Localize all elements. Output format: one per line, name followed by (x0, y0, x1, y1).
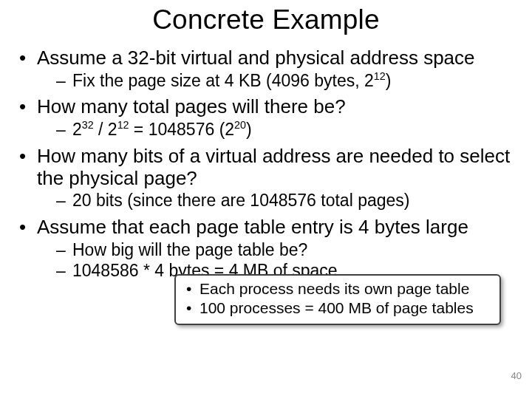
sub-list-1: Fix the page size at 4 KB (4096 bytes, 2… (56, 71, 517, 90)
callout-box: Each process needs its own page table 10… (174, 274, 501, 325)
callout-line-2-text: 100 processes = 400 MB of page tables (200, 299, 474, 316)
sub-2-1-sup3: 20 (234, 120, 246, 132)
sub-1-1-sup: 12 (374, 70, 386, 82)
sub-2-1-sup1: 32 (82, 120, 94, 132)
callout-list: Each process needs its own page table 10… (183, 279, 492, 318)
bullet-list: Assume a 32-bit virtual and physical add… (19, 47, 517, 281)
bullet-2-text: How many total pages will there be? (37, 95, 346, 117)
bullet-3-text: How many bits of a virtual address are n… (37, 145, 510, 189)
callout-line-1-text: Each process needs its own page table (200, 280, 469, 297)
bullet-3: How many bits of a virtual address are n… (19, 146, 517, 211)
sub-1-1: Fix the page size at 4 KB (4096 bytes, 2… (56, 71, 517, 90)
slide-title: Concrete Example (0, 4, 532, 35)
bullet-2: How many total pages will there be? 232 … (19, 96, 517, 139)
sub-4-1: How big will the page table be? (56, 240, 517, 259)
sub-3-1-text: 20 bits (since there are 1048576 total p… (72, 191, 409, 210)
sub-list-2: 232 / 212 = 1048576 (220) (56, 120, 517, 139)
page-number: 40 (511, 370, 522, 381)
callout-line-1: Each process needs its own page table (183, 279, 492, 299)
sub-4-1-text: How big will the page table be? (72, 240, 307, 259)
bullet-1: Assume a 32-bit virtual and physical add… (19, 47, 517, 90)
sub-2-1-a: 2 (72, 120, 82, 139)
slide-body: Assume a 32-bit virtual and physical add… (0, 47, 532, 281)
sub-2-1-c: = 1048576 (2 (129, 120, 234, 139)
bullet-4: Assume that each page table entry is 4 b… (19, 216, 517, 281)
sub-2-1-d: ) (246, 120, 252, 139)
sub-2-1: 232 / 212 = 1048576 (220) (56, 120, 517, 139)
sub-2-1-sup2: 12 (117, 120, 129, 132)
sub-3-1: 20 bits (since there are 1048576 total p… (56, 191, 517, 210)
callout-line-2: 100 processes = 400 MB of page tables (183, 299, 492, 318)
slide: Concrete Example Assume a 32-bit virtual… (0, 4, 532, 399)
bullet-1-text: Assume a 32-bit virtual and physical add… (37, 47, 475, 69)
sub-list-3: 20 bits (since there are 1048576 total p… (56, 191, 517, 210)
sub-1-1-b: ) (386, 71, 392, 90)
sub-1-1-a: Fix the page size at 4 KB (4096 bytes, 2 (72, 71, 374, 90)
bullet-4-text: Assume that each page table entry is 4 b… (37, 216, 468, 238)
sub-2-1-b: / 2 (94, 120, 117, 139)
